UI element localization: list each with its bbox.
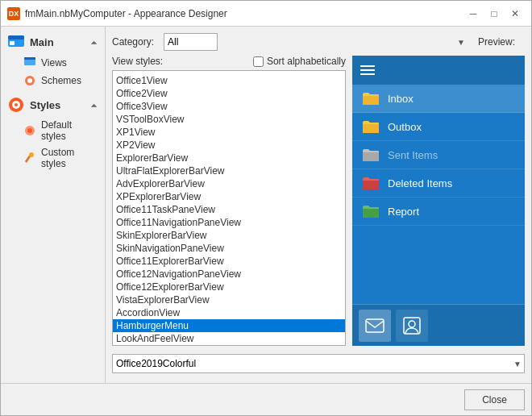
sent-items-folder-icon xyxy=(362,148,380,162)
svg-point-15 xyxy=(409,321,415,327)
appearance-designer-dialog: DX fmMain.nbMyComputer - Appearance Desi… xyxy=(0,0,532,416)
view-style-item[interactable]: XP2View xyxy=(113,139,345,152)
category-dropdown-arrow: ▼ xyxy=(457,38,465,47)
svg-point-6 xyxy=(27,78,32,83)
sort-checkbox[interactable] xyxy=(253,56,264,67)
outbox-label: Outbox xyxy=(388,121,422,133)
preview-item-sent-items[interactable]: Sent Items xyxy=(352,141,525,169)
styles-group-arrow: ⏶ xyxy=(90,101,98,110)
preview-bottom-email-button[interactable] xyxy=(359,310,391,342)
view-style-item[interactable]: Office3View xyxy=(113,100,345,113)
title-bar-left: DX fmMain.nbMyComputer - Appearance Desi… xyxy=(7,7,227,20)
main-group-label: Main xyxy=(30,36,85,48)
preview-bottom-contacts-button[interactable] xyxy=(396,310,428,342)
category-row: Category: All Bar Tab Navigation ▼ Previ… xyxy=(112,33,525,51)
view-style-item[interactable]: SkinNavigationPaneView xyxy=(113,242,345,255)
sort-checkbox-wrapper: Sort alphabetically xyxy=(253,56,346,67)
sidebar-group-styles-header[interactable]: Styles ⏶ xyxy=(1,93,105,117)
preview-label: Preview: xyxy=(478,36,515,48)
preview-item-report[interactable]: Report xyxy=(352,198,525,226)
preview-panel: InboxOutboxSent ItemsDeleted ItemsReport xyxy=(352,56,525,346)
default-styles-label: Default styles xyxy=(41,119,98,142)
preview-item-deleted-items[interactable]: Deleted Items xyxy=(352,169,525,198)
window-close-button[interactable]: ✕ xyxy=(505,6,525,22)
outbox-folder-icon xyxy=(362,119,380,134)
maximize-button[interactable]: □ xyxy=(484,6,504,22)
deleted-items-folder-icon xyxy=(362,176,380,190)
view-style-item[interactable]: Office2View xyxy=(113,87,345,100)
main-area: Category: All Bar Tab Navigation ▼ Previ… xyxy=(106,27,531,383)
view-style-item[interactable]: UltraFlatExplorerBarView xyxy=(113,164,345,177)
view-styles-panel: View styles: Sort alphabetically BaseVie… xyxy=(112,56,346,346)
sidebar-group-main-header[interactable]: Main ⏶ xyxy=(1,30,105,54)
schemes-icon xyxy=(23,74,36,87)
style-dropdown-wrapper: Office2019Colorful Office2016Colorful Of… xyxy=(112,354,525,373)
content-area: Main ⏶ Views xyxy=(1,27,531,383)
svg-rect-13 xyxy=(366,319,384,332)
sidebar-item-default-styles[interactable]: Default styles xyxy=(1,117,105,144)
app-icon: DX xyxy=(7,7,20,20)
view-style-item[interactable]: VSToolBoxView xyxy=(113,113,345,126)
sidebar-group-main: Main ⏶ Views xyxy=(1,30,105,89)
view-style-item[interactable]: Office12NavigationPaneView xyxy=(113,268,345,281)
preview-item-inbox[interactable]: Inbox xyxy=(352,85,525,113)
sidebar-item-schemes[interactable]: Schemes xyxy=(1,72,105,89)
style-dropdown[interactable]: Office2019Colorful Office2016Colorful Of… xyxy=(112,354,525,373)
view-style-item[interactable]: Office11NavigationPaneView xyxy=(113,216,345,229)
views-label: Views xyxy=(41,57,67,69)
svg-rect-4 xyxy=(24,57,35,60)
view-style-item[interactable]: Office11ExplorerBarView xyxy=(113,255,345,268)
close-dialog-button[interactable]: Close xyxy=(464,389,525,410)
schemes-label: Schemes xyxy=(41,75,81,86)
view-style-item[interactable]: SkinExplorerBarView xyxy=(113,229,345,242)
sort-label: Sort alphabetically xyxy=(267,56,346,67)
preview-item-outbox[interactable]: Outbox xyxy=(352,113,525,141)
main-group-icon xyxy=(7,33,25,51)
svg-rect-1 xyxy=(8,35,24,40)
svg-point-9 xyxy=(15,103,18,106)
category-dropdown[interactable]: All Bar Tab Navigation xyxy=(164,33,218,51)
category-dropdown-wrapper: All Bar Tab Navigation ▼ xyxy=(164,33,468,51)
view-style-item[interactable]: Office12ExplorerBarView xyxy=(113,281,345,293)
sidebar-item-views[interactable]: Views xyxy=(1,54,105,72)
views-icon xyxy=(23,56,36,69)
default-styles-icon xyxy=(23,124,36,137)
dialog-footer: Close xyxy=(1,383,531,415)
view-style-item[interactable]: XP1View xyxy=(113,126,345,139)
view-style-item[interactable]: Office1View xyxy=(113,74,345,87)
svg-point-12 xyxy=(29,152,34,157)
sidebar-group-styles: Styles ⏶ Default styles xyxy=(1,93,105,172)
report-folder-icon xyxy=(362,204,380,218)
view-styles-label: View styles: xyxy=(112,56,163,67)
svg-rect-2 xyxy=(10,41,15,45)
title-bar-text: fmMain.nbMyComputer - Appearance Designe… xyxy=(25,8,227,19)
bottom-bar: Office2019Colorful Office2016Colorful Of… xyxy=(112,351,525,376)
sidebar-item-custom-styles[interactable]: Custom styles xyxy=(1,144,105,172)
title-bar-controls: ─ □ ✕ xyxy=(463,6,525,22)
preview-items: InboxOutboxSent ItemsDeleted ItemsReport xyxy=(352,85,525,304)
inbox-folder-icon xyxy=(362,91,380,106)
view-styles-header: View styles: Sort alphabetically xyxy=(112,56,346,67)
preview-header xyxy=(352,56,525,85)
hamburger-icon[interactable] xyxy=(360,65,375,75)
custom-styles-label: Custom styles xyxy=(41,147,98,169)
view-style-item[interactable]: ExplorerBarView xyxy=(113,152,345,164)
svg-point-11 xyxy=(27,128,32,133)
custom-styles-icon xyxy=(23,152,36,164)
preview-bottom-bar xyxy=(352,304,525,346)
view-styles-list[interactable]: BaseViewFlatViewOffice1ViewOffice2ViewOf… xyxy=(112,70,346,346)
view-style-item[interactable]: HamburgerMenu xyxy=(113,319,345,332)
view-style-item[interactable]: Office11TaskPaneView xyxy=(113,203,345,216)
view-style-item[interactable]: AdvExplorerBarView xyxy=(113,177,345,190)
inbox-label: Inbox xyxy=(388,93,414,105)
view-style-item[interactable]: AccordionView xyxy=(113,306,345,319)
view-style-item[interactable]: VistaExplorerBarView xyxy=(113,293,345,306)
view-style-item[interactable]: XPExplorerBarView xyxy=(113,190,345,203)
sent-items-label: Sent Items xyxy=(388,149,438,161)
styles-group-icon xyxy=(7,96,25,114)
main-group-arrow: ⏶ xyxy=(90,38,98,47)
report-label: Report xyxy=(388,206,419,218)
view-style-item[interactable]: LookAndFeelView xyxy=(113,332,345,345)
minimize-button[interactable]: ─ xyxy=(463,6,483,22)
styles-group-label: Styles xyxy=(30,99,85,111)
